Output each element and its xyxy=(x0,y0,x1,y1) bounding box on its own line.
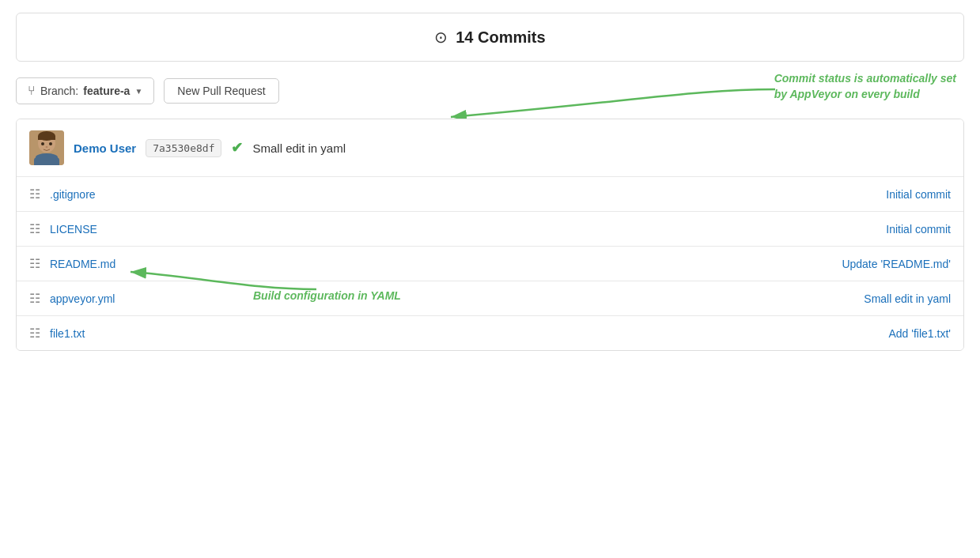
commit-message: Small edit in yaml xyxy=(252,141,346,155)
chevron-down-icon: ▼ xyxy=(134,87,142,96)
branch-selector[interactable]: ⑂ Branch: feature-a ▼ xyxy=(16,77,154,104)
file-icon: ☷ xyxy=(29,326,40,341)
commits-section: Demo User 7a3530e8df ✔ Small edit in yam… xyxy=(16,119,964,351)
svg-point-6 xyxy=(49,142,52,145)
commits-label: Commits xyxy=(478,28,546,46)
commits-display: ⊙ 14 Commits xyxy=(434,32,545,45)
svg-point-7 xyxy=(46,146,48,148)
svg-point-5 xyxy=(41,142,44,145)
file-row: ☷ LICENSE Initial commit xyxy=(17,212,963,247)
success-check-icon: ✔ xyxy=(231,139,243,156)
file-row: ☷ file1.txt Add 'file1.txt' xyxy=(17,316,963,350)
file-name[interactable]: file1.txt xyxy=(50,327,713,340)
commit-hash[interactable]: 7a3530e8df xyxy=(146,139,221,157)
file-name[interactable]: LICENSE xyxy=(50,223,713,236)
file-icon: ☷ xyxy=(29,256,40,271)
file-icon: ☷ xyxy=(29,221,40,236)
branch-icon: ⑂ xyxy=(28,84,36,98)
file-commit-message[interactable]: Initial commit xyxy=(713,223,951,236)
branch-name: feature-a xyxy=(83,85,130,97)
file-commit-message[interactable]: Update 'README.md' xyxy=(713,258,951,270)
file-commit-message[interactable]: Initial commit xyxy=(713,188,951,201)
file-name[interactable]: .gitignore xyxy=(50,188,713,201)
commits-count: 14 xyxy=(456,28,473,46)
file-icon: ☷ xyxy=(29,291,40,306)
commit-header-row: Demo User 7a3530e8df ✔ Small edit in yam… xyxy=(17,119,963,177)
file-row: ☷ .gitignore Initial commit xyxy=(17,177,963,212)
file-icon: ☷ xyxy=(29,187,40,202)
commits-icon: ⊙ xyxy=(434,28,448,46)
branch-label: Branch: xyxy=(40,85,78,97)
file-row: ☷ README.md Update 'README.md' xyxy=(17,247,963,281)
page-wrapper: ⊙ 14 Commits ⑂ Branch: feature-a ▼ New P… xyxy=(16,13,964,351)
file-commit-message[interactable]: Small edit in yaml xyxy=(713,292,951,305)
file-commit-message[interactable]: Add 'file1.txt' xyxy=(713,327,951,340)
commit-status-text: Commit status is automatically setby App… xyxy=(774,71,956,102)
new-pull-request-button[interactable]: New Pull Request xyxy=(164,78,278,104)
file-name[interactable]: README.md xyxy=(50,258,713,270)
commits-table: Demo User 7a3530e8df ✔ Small edit in yam… xyxy=(16,119,964,351)
commits-text: 14 Commits xyxy=(456,28,545,46)
file-name[interactable]: appveyor.yml xyxy=(50,292,713,305)
svg-rect-4 xyxy=(38,136,55,140)
header-bar: ⊙ 14 Commits xyxy=(16,13,964,62)
user-name[interactable]: Demo User xyxy=(74,141,136,155)
avatar xyxy=(29,130,64,165)
file-row-appveyor: ☷ appveyor.yml Small edit in yaml xyxy=(17,281,963,316)
svg-point-9 xyxy=(36,153,58,161)
commit-status-annotation: Commit status is automatically setby App… xyxy=(774,71,956,102)
